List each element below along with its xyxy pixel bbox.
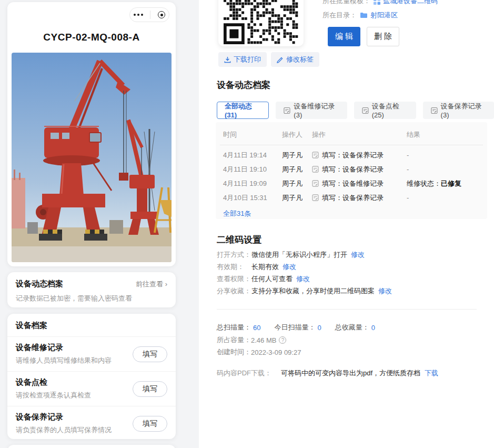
cell-time: 4月11日 19:10 bbox=[223, 165, 282, 174]
setting-label: 有效期： bbox=[217, 263, 251, 270]
col-operator: 操作人 bbox=[282, 130, 312, 140]
modify-link[interactable]: 修改 bbox=[283, 263, 296, 270]
setting-share-favorite: 分享收藏： 支持分享和收藏，分享时使用二维码图案 修改 bbox=[217, 287, 392, 294]
cell-action: 填写：设备保养记录 bbox=[322, 193, 384, 203]
favorite-total-label: 总收藏量： bbox=[335, 323, 369, 332]
batch-template-label: 所在批量模板： bbox=[322, 0, 370, 6]
archive-item-desc: 请负责保养的人员填写保养情况 bbox=[16, 425, 112, 435]
capacity-label: 所占容量： bbox=[217, 335, 251, 345]
form-icon bbox=[312, 152, 319, 158]
batch-template-link[interactable]: 盐城港设备二维码 bbox=[383, 0, 438, 6]
fill-button[interactable]: 填写 bbox=[133, 416, 167, 432]
pdf-download-desc: 可将码中的可变内容导出为pdf，方便纸质存档 bbox=[281, 369, 420, 378]
batch-template-icon bbox=[374, 0, 380, 5]
setting-validity: 有效期： 长期有效 修改 bbox=[217, 263, 392, 270]
cell-operator: 周子凡 bbox=[282, 151, 312, 160]
directory-link[interactable]: 射阳港区 bbox=[370, 11, 398, 20]
equipment-archive-title: 设备档案 bbox=[16, 321, 47, 330]
download-print-label: 下载打印 bbox=[234, 55, 261, 64]
download-print-button[interactable]: 下载打印 bbox=[218, 52, 267, 67]
section-divider bbox=[217, 309, 477, 310]
tab-label: 设备保养记录(3) bbox=[441, 102, 486, 119]
cell-time: 4月11日 19:14 bbox=[223, 151, 282, 160]
setting-value: 任何人可查看 bbox=[251, 275, 293, 282]
setting-label: 查看权限： bbox=[217, 275, 251, 282]
tab-all-records[interactable]: 全部动态(31) bbox=[217, 102, 269, 119]
cell-result: - bbox=[407, 151, 480, 159]
archive-item-desc: 请维修人员填写维修结果和内容 bbox=[16, 356, 112, 365]
capacity-value: 2.46 MB bbox=[251, 336, 276, 344]
modify-link[interactable]: 修改 bbox=[378, 287, 392, 294]
capsule-divider bbox=[150, 11, 150, 19]
cell-time: 4月11日 19:09 bbox=[223, 179, 282, 188]
phone-main-card: CYCP-02-MQ-008-A bbox=[7, 2, 176, 266]
more-icon[interactable] bbox=[134, 14, 143, 16]
help-icon[interactable]: ? bbox=[279, 336, 286, 344]
cell-action: 填写：设备保养记录 bbox=[322, 151, 384, 160]
cell-result: - bbox=[407, 194, 480, 202]
scan-stats-row: 总扫描量： 60 今日扫描量： 0 总收藏量： 0 bbox=[217, 323, 389, 332]
tab-maintenance-records[interactable]: 设备保养记录(3) bbox=[423, 102, 494, 119]
directory-row: 所在目录： 射阳港区 bbox=[322, 11, 398, 20]
pencil-icon bbox=[277, 56, 284, 63]
form-icon bbox=[284, 107, 290, 114]
qr-settings-heading: 二维码设置 bbox=[217, 234, 261, 246]
crane-photo-illustration bbox=[12, 53, 172, 262]
modify-link[interactable]: 修改 bbox=[296, 275, 310, 282]
pdf-download-link[interactable]: 下载 bbox=[425, 369, 438, 378]
table-row: 4月10日 15:31 周子凡 填写：设备保养记录 - bbox=[223, 191, 480, 205]
form-icon bbox=[312, 166, 319, 173]
encrypted-hint: 记录数据已被加密，需要输入密码查看 bbox=[16, 294, 167, 303]
cell-result: - bbox=[407, 165, 480, 173]
qr-code-image bbox=[224, 0, 298, 44]
exit-circle-icon[interactable] bbox=[158, 11, 165, 18]
phone-dynamic-archive-card: 设备动态档案 前往查看 › 记录数据已被加密，需要输入密码查看 bbox=[7, 272, 176, 307]
edit-button[interactable]: 编 辑 bbox=[328, 27, 360, 46]
delete-button[interactable]: 删 除 bbox=[367, 27, 399, 46]
cell-operator: 周子凡 bbox=[282, 193, 312, 203]
scan-total-value: 60 bbox=[253, 324, 260, 332]
setting-value: 支持分享和收藏，分享时使用二维码图案 bbox=[251, 287, 375, 294]
scan-today-value: 0 bbox=[317, 324, 321, 332]
go-view-link[interactable]: 前往查看 › bbox=[136, 280, 167, 289]
setting-open-mode: 打开方式： 微信使用「无标识小程序」打开 修改 bbox=[217, 251, 392, 258]
fill-button[interactable]: 填写 bbox=[133, 346, 167, 362]
tab-label: 设备点检(25) bbox=[372, 102, 408, 119]
qr-settings-list: 打开方式： 微信使用「无标识小程序」打开 修改 有效期： 长期有效 修改 查看权… bbox=[217, 251, 392, 300]
archive-item-maintenance: 设备保养记录 请负责保养的人员填写保养情况 填写 bbox=[7, 406, 176, 441]
all-records-link[interactable]: 全部31条 bbox=[223, 210, 251, 217]
tab-repair-records[interactable]: 设备维修记录(3) bbox=[276, 102, 347, 119]
cell-result-value: 已修复 bbox=[441, 180, 461, 187]
archive-item-inspection: 设备点检 请按检查项逐条认真检查 填写 bbox=[7, 372, 176, 406]
col-time: 时间 bbox=[223, 130, 282, 140]
archive-item-name: 设备点检 bbox=[16, 377, 91, 387]
setting-value: 长期有效 bbox=[251, 263, 279, 270]
batch-template-row: 所在批量模板： 盐城港设备二维码 bbox=[322, 0, 438, 6]
archive-item-repair: 设备维修记录 请维修人员填写维修结果和内容 填写 bbox=[7, 337, 176, 372]
records-section-heading: 设备动态档案 bbox=[217, 79, 270, 91]
equipment-photo bbox=[12, 53, 172, 262]
created-time-row: 创建时间： 2022-3-09 09:27 bbox=[217, 347, 301, 357]
records-table: 时间 操作人 操作 结果 4月11日 19:14 周子凡 填写：设备保养记录 -… bbox=[216, 122, 487, 219]
edit-label-button[interactable]: 修改标签 bbox=[271, 52, 319, 67]
phone-next-card-sliver bbox=[7, 445, 176, 448]
phone-equipment-archive-card: 设备档案 设备维修记录 请维修人员填写维修结果和内容 填写 设备点检 请按检查项… bbox=[7, 314, 176, 439]
form-icon bbox=[312, 180, 319, 187]
directory-label: 所在目录： bbox=[322, 11, 357, 20]
cell-operator: 周子凡 bbox=[282, 165, 312, 174]
scan-today-label: 今日扫描量： bbox=[274, 323, 315, 332]
table-row: 4月11日 19:10 周子凡 填写：设备保养记录 - bbox=[223, 162, 480, 176]
fill-button[interactable]: 填写 bbox=[133, 381, 167, 397]
qr-code-card bbox=[218, 0, 304, 46]
table-header: 时间 操作人 操作 结果 bbox=[223, 128, 480, 141]
cell-time: 4月10日 15:31 bbox=[223, 193, 282, 203]
created-time-value: 2022-3-09 09:27 bbox=[251, 349, 301, 356]
cell-operator: 周子凡 bbox=[282, 179, 312, 188]
col-result: 结果 bbox=[407, 130, 480, 140]
pdf-download-row: 码内容PDF下载： 可将码中的可变内容导出为pdf，方便纸质存档 下载 bbox=[217, 369, 438, 378]
tab-inspection-records[interactable]: 设备点检(25) bbox=[354, 102, 416, 119]
equipment-code-title: CYCP-02-MQ-008-A bbox=[12, 31, 172, 44]
modify-link[interactable]: 修改 bbox=[351, 251, 365, 258]
cell-action: 填写：设备保养记录 bbox=[322, 165, 384, 174]
setting-view-permission: 查看权限： 任何人可查看 修改 bbox=[217, 275, 392, 282]
